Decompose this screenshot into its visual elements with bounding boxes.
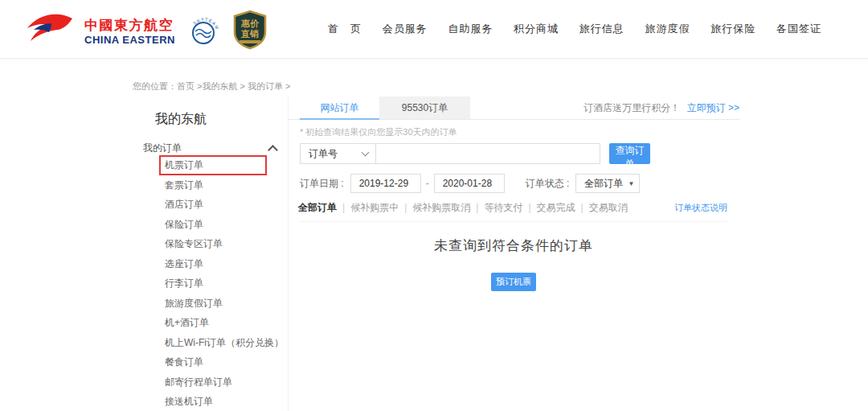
nav-item[interactable]: 旅行信息	[579, 22, 624, 36]
sidebar-item-label: 机票订单	[165, 159, 203, 171]
query-note: * 初始查询结果仅向您显示30天内的订单	[300, 126, 739, 138]
nav-item[interactable]: 会员服务	[383, 22, 428, 36]
sidebar-item[interactable]: 酒店订单	[133, 195, 288, 215]
nav-item[interactable]: 各国签证	[776, 22, 821, 36]
china-eastern-logo-icon	[24, 12, 74, 51]
order-tabbar: 网站订单95530订单 订酒店送万里行积分！ 立即预订 >>	[288, 97, 739, 120]
sidebar-item-label: 保险订单	[165, 219, 203, 230]
brand-text: 中國東方航空 CHINA EASTERN	[84, 18, 175, 46]
empty-state: 未查询到符合条件的订单 预订机票	[288, 236, 739, 291]
sidebar-item[interactable]: 旅游度假订单	[133, 294, 288, 314]
status-help-link[interactable]: 订单状态说明	[674, 202, 727, 214]
nav-item[interactable]: 首 页	[328, 22, 362, 36]
order-date-label: 订单日期 :	[300, 177, 344, 191]
date-separator: -	[426, 178, 429, 189]
promo-badge-icon: 惠价 直销	[231, 10, 268, 53]
sidebar-items: 机票订单 套票订单 酒店订单 保险订单	[133, 155, 288, 411]
promo-book-now-link[interactable]: 立即预订 >>	[687, 102, 739, 113]
sidebar-item[interactable]: 邮寄行程单订单	[133, 372, 288, 393]
order-number-input[interactable]	[376, 144, 600, 163]
sidebar-item-label: 餐食订单	[165, 356, 203, 368]
chevron-up-icon	[268, 145, 278, 155]
sidebar-item[interactable]: 行李订单	[133, 273, 288, 294]
promo-text: 订酒店送万里行积分！	[583, 102, 680, 113]
caret-down-icon: ▼	[628, 180, 634, 187]
sidebar-section-my-orders[interactable]: 我的订单	[133, 141, 288, 155]
sidebar-item[interactable]: 保险订单	[133, 215, 288, 235]
order-type-select[interactable]: 订单号	[301, 144, 376, 163]
sidebar-item[interactable]: 机票订单	[133, 155, 288, 175]
status-filter-link[interactable]: 交易完成	[522, 202, 575, 213]
sidebar-item[interactable]: 接送机订单	[133, 392, 288, 411]
sidebar-item-label: 接送机订单	[165, 396, 213, 407]
sidebar-title: 我的东航	[133, 97, 288, 128]
order-status-value: 全部订单	[584, 177, 623, 191]
svg-text:直销: 直销	[240, 29, 259, 39]
sidebar-item-label: 行李订单	[165, 277, 203, 289]
site-header: 中國東方航空 CHINA EASTERN SKYTEAM 惠价	[0, 0, 868, 59]
status-filter-link[interactable]: 候补购票中	[337, 202, 399, 213]
sidebar-item-label: 旅游度假订单	[165, 298, 223, 309]
query-orders-button[interactable]: 查询订单	[609, 143, 650, 164]
order-type-select-value: 订单号	[309, 147, 338, 161]
status-filter-link[interactable]: 候补购票取消	[399, 202, 470, 213]
sidebar-item[interactable]: 保险专区订单	[133, 234, 288, 254]
date-to-input[interactable]	[434, 174, 505, 193]
svg-text:SKYTEAM: SKYTEAM	[192, 17, 219, 31]
order-search-box: 订单号	[300, 143, 600, 164]
date-from-input[interactable]	[350, 174, 421, 193]
sidebar-section-label: 我的订单	[143, 142, 182, 155]
status-filters: 全部订单候补购票中候补购票取消等待支付交易完成交易取消	[298, 201, 628, 215]
main-nav: 首 页会员服务自助服务积分商城旅行信息旅游度假旅行保险各国签证	[328, 0, 821, 58]
date-filter-row: 订单日期 : - 订单状态 : 全部订单 ▼	[300, 174, 739, 193]
sidebar: 我的东航 我的订单 机票订单 套票订单 酒店订单	[133, 97, 289, 411]
order-status-label: 订单状态 :	[526, 177, 570, 191]
svg-text:惠价: 惠价	[240, 18, 260, 28]
sidebar-item-label: 选座订单	[165, 258, 203, 269]
skyteam-logo-icon: SKYTEAM	[186, 12, 221, 51]
sidebar-item-label: 保险专区订单	[165, 238, 223, 249]
chevron-down-icon	[362, 149, 370, 157]
book-flight-button[interactable]: 预订机票	[491, 273, 536, 291]
order-tabs: 网站订单95530订单	[300, 97, 470, 119]
sidebar-item[interactable]: 选座订单	[133, 254, 288, 274]
status-filter-link[interactable]: 等待支付	[470, 202, 522, 213]
sidebar-item-label: 邮寄行程单订单	[165, 376, 232, 388]
nav-item[interactable]: 旅游度假	[645, 22, 690, 36]
nav-item[interactable]: 自助服务	[448, 22, 493, 36]
breadcrumb: 您的位置：首页 >我的东航 > 我的订单 >	[133, 80, 291, 92]
status-filter-row: 全部订单候补购票中候补购票取消等待支付交易完成交易取消 订单状态说明	[298, 201, 727, 222]
empty-message: 未查询到符合条件的订单	[288, 236, 739, 255]
order-status-select[interactable]: 全部订单 ▼	[575, 174, 640, 193]
status-filter-link[interactable]: 交易取消	[575, 202, 628, 213]
tab[interactable]: 95530订单	[379, 97, 470, 119]
sidebar-item[interactable]: 机上Wi-Fi订单（积分兑换）	[133, 333, 288, 353]
sidebar-item-label: 机上Wi-Fi订单（积分兑换）	[165, 337, 284, 348]
tab[interactable]: 网站订单	[300, 97, 379, 119]
page: 中國東方航空 CHINA EASTERN SKYTEAM 惠价	[0, 0, 868, 411]
sidebar-item[interactable]: 餐食订单	[133, 352, 288, 372]
brand-name-en: CHINA EASTERN	[84, 34, 175, 46]
sidebar-item-label: 套票订单	[165, 179, 203, 191]
order-search-row: 订单号 查询订单	[300, 143, 739, 164]
nav-item[interactable]: 积分商城	[514, 22, 559, 36]
sidebar-item[interactable]: 机+酒订单	[133, 313, 288, 333]
main-panel: 网站订单95530订单 订酒店送万里行积分！ 立即预订 >> * 初始查询结果仅…	[288, 97, 739, 291]
sidebar-item-label: 酒店订单	[165, 199, 203, 210]
status-filter-link[interactable]: 全部订单	[298, 202, 337, 213]
brand-name-cn: 中國東方航空	[84, 18, 175, 34]
brand[interactable]: 中國東方航空 CHINA EASTERN SKYTEAM 惠价	[24, 10, 268, 53]
sidebar-item-label: 机+酒订单	[165, 317, 209, 328]
sidebar-item[interactable]: 套票订单	[133, 175, 288, 195]
nav-item[interactable]: 旅行保险	[710, 22, 755, 36]
hotel-promo: 订酒店送万里行积分！ 立即预订 >>	[583, 101, 739, 115]
